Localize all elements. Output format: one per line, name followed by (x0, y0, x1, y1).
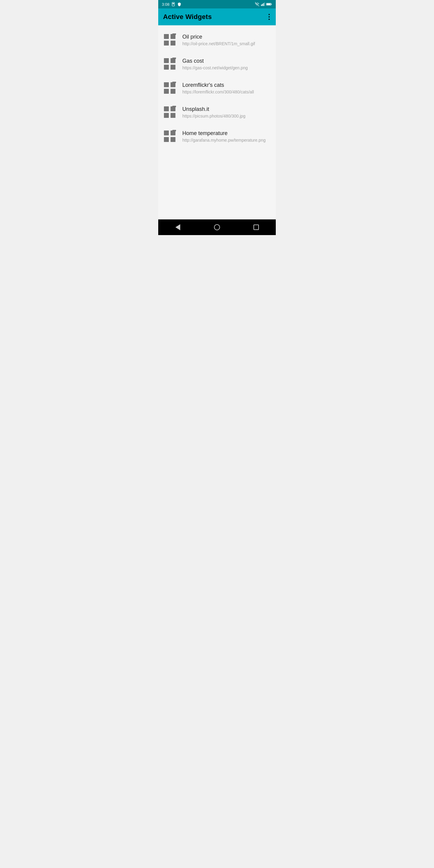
svg-rect-2 (261, 4, 261, 6)
grid-widget-icon (163, 58, 176, 70)
widget-name: Loremflickr's cats (182, 82, 271, 88)
dot1 (269, 14, 270, 15)
more-options-button[interactable] (267, 13, 271, 21)
status-bar-right (255, 2, 272, 6)
widget-url: http://oil-price.net/BRENT/1m_small.gif (182, 41, 271, 46)
back-button[interactable] (170, 220, 185, 235)
svg-rect-13 (170, 41, 176, 45)
status-bar-left: 3:08 (162, 2, 181, 7)
grid-widget-icon (163, 130, 176, 143)
widget-url: https://gas-cost.net/widget/gen.png (182, 65, 271, 70)
wifi-icon (255, 2, 259, 6)
svg-rect-33 (170, 137, 176, 142)
status-time: 3:08 (162, 2, 169, 7)
list-item[interactable]: Unsplash.it https://picsum.photos/480/30… (158, 100, 276, 124)
svg-rect-4 (263, 3, 264, 6)
svg-rect-14 (164, 58, 169, 63)
nav-bar (158, 219, 276, 235)
svg-rect-9 (164, 34, 169, 39)
recents-icon (253, 224, 259, 230)
widget-info: Unsplash.it https://picsum.photos/480/30… (182, 106, 271, 119)
svg-rect-23 (170, 89, 176, 94)
svg-rect-18 (170, 65, 176, 70)
svg-rect-29 (164, 130, 169, 135)
widget-info: Loremflickr's cats https://loremflickr.c… (182, 82, 271, 94)
widget-list: Oil price http://oil-price.net/BRENT/1m_… (158, 25, 276, 219)
list-item[interactable]: Gas cost https://gas-cost.net/widget/gen… (158, 52, 276, 76)
shield-icon (177, 2, 181, 6)
status-bar: 3:08 (158, 0, 276, 8)
battery-icon (266, 2, 272, 6)
grid-widget-icon (163, 106, 176, 119)
app-title: Active Widgets (163, 13, 212, 21)
widget-name: Gas cost (182, 58, 271, 64)
widget-icon (163, 130, 176, 143)
svg-rect-32 (164, 137, 169, 142)
widget-icon (163, 57, 176, 70)
widget-info: Home temperature http://garafana.myhome.… (182, 130, 271, 143)
widget-name: Oil price (182, 34, 271, 40)
svg-rect-24 (164, 106, 169, 111)
svg-rect-5 (264, 2, 265, 6)
widget-url: http://garafana.myhome.pw/temperature.pn… (182, 138, 271, 143)
signal-icon (261, 2, 265, 6)
svg-rect-17 (164, 65, 169, 70)
svg-rect-12 (164, 41, 169, 45)
svg-rect-19 (164, 82, 169, 87)
recents-button[interactable] (249, 220, 264, 235)
widget-name: Home temperature (182, 130, 271, 136)
widget-name: Unsplash.it (182, 106, 271, 113)
svg-rect-8 (267, 4, 271, 5)
svg-rect-3 (262, 4, 263, 6)
widget-icon (163, 82, 176, 95)
app-bar: Active Widgets (158, 8, 276, 25)
list-item[interactable]: Oil price http://oil-price.net/BRENT/1m_… (158, 28, 276, 52)
svg-rect-28 (170, 113, 176, 118)
dot3 (269, 19, 270, 20)
widget-url: https://loremflickr.com/300/480/cats/all (182, 90, 271, 94)
grid-widget-icon (163, 33, 176, 46)
widget-icon (163, 33, 176, 46)
dot2 (269, 16, 270, 18)
widget-icon (163, 105, 176, 119)
widget-url: https://picsum.photos/480/300.jpg (182, 114, 271, 119)
svg-rect-1 (173, 3, 174, 4)
home-icon (214, 224, 220, 230)
sim-icon (171, 2, 176, 6)
list-item[interactable]: Loremflickr's cats https://loremflickr.c… (158, 76, 276, 100)
widget-info: Gas cost https://gas-cost.net/widget/gen… (182, 58, 271, 70)
svg-rect-7 (271, 4, 272, 5)
svg-rect-27 (164, 113, 169, 118)
home-button[interactable] (210, 220, 224, 235)
svg-rect-22 (164, 89, 169, 94)
back-icon (176, 224, 180, 230)
list-item[interactable]: Home temperature http://garafana.myhome.… (158, 124, 276, 148)
grid-widget-icon (163, 82, 176, 94)
widget-info: Oil price http://oil-price.net/BRENT/1m_… (182, 34, 271, 46)
